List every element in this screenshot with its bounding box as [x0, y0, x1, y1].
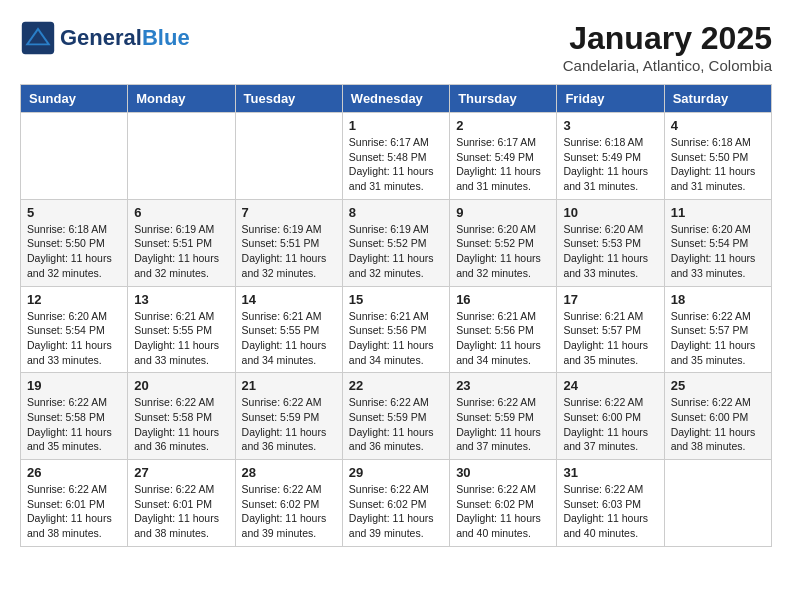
- day-info: Sunrise: 6:22 AM Sunset: 5:58 PM Dayligh…: [27, 395, 121, 454]
- col-sunday: Sunday: [21, 85, 128, 113]
- day-info: Sunrise: 6:21 AM Sunset: 5:57 PM Dayligh…: [563, 309, 657, 368]
- logo-text: GeneralBlue: [60, 25, 190, 51]
- calendar-cell: 20Sunrise: 6:22 AM Sunset: 5:58 PM Dayli…: [128, 373, 235, 460]
- day-info: Sunrise: 6:22 AM Sunset: 6:01 PM Dayligh…: [134, 482, 228, 541]
- col-wednesday: Wednesday: [342, 85, 449, 113]
- day-info: Sunrise: 6:19 AM Sunset: 5:52 PM Dayligh…: [349, 222, 443, 281]
- day-info: Sunrise: 6:22 AM Sunset: 6:00 PM Dayligh…: [671, 395, 765, 454]
- calendar-cell: 21Sunrise: 6:22 AM Sunset: 5:59 PM Dayli…: [235, 373, 342, 460]
- calendar-cell: 6Sunrise: 6:19 AM Sunset: 5:51 PM Daylig…: [128, 199, 235, 286]
- day-number: 8: [349, 205, 443, 220]
- col-saturday: Saturday: [664, 85, 771, 113]
- calendar-cell: 1Sunrise: 6:17 AM Sunset: 5:48 PM Daylig…: [342, 113, 449, 200]
- day-number: 26: [27, 465, 121, 480]
- day-info: Sunrise: 6:19 AM Sunset: 5:51 PM Dayligh…: [134, 222, 228, 281]
- title-block: January 2025 Candelaria, Atlantico, Colo…: [563, 20, 772, 74]
- day-info: Sunrise: 6:22 AM Sunset: 6:00 PM Dayligh…: [563, 395, 657, 454]
- calendar-cell: 5Sunrise: 6:18 AM Sunset: 5:50 PM Daylig…: [21, 199, 128, 286]
- calendar-cell: 17Sunrise: 6:21 AM Sunset: 5:57 PM Dayli…: [557, 286, 664, 373]
- col-monday: Monday: [128, 85, 235, 113]
- week-row-5: 26Sunrise: 6:22 AM Sunset: 6:01 PM Dayli…: [21, 460, 772, 547]
- logo: GeneralBlue: [20, 20, 190, 56]
- generalblue-icon: [20, 20, 56, 56]
- page-header: GeneralBlue January 2025 Candelaria, Atl…: [20, 20, 772, 74]
- day-number: 1: [349, 118, 443, 133]
- calendar-cell: 29Sunrise: 6:22 AM Sunset: 6:02 PM Dayli…: [342, 460, 449, 547]
- day-number: 21: [242, 378, 336, 393]
- col-thursday: Thursday: [450, 85, 557, 113]
- day-number: 6: [134, 205, 228, 220]
- day-info: Sunrise: 6:19 AM Sunset: 5:51 PM Dayligh…: [242, 222, 336, 281]
- day-info: Sunrise: 6:20 AM Sunset: 5:54 PM Dayligh…: [27, 309, 121, 368]
- week-row-4: 19Sunrise: 6:22 AM Sunset: 5:58 PM Dayli…: [21, 373, 772, 460]
- day-info: Sunrise: 6:20 AM Sunset: 5:52 PM Dayligh…: [456, 222, 550, 281]
- day-number: 7: [242, 205, 336, 220]
- calendar-cell: [664, 460, 771, 547]
- calendar-cell: 12Sunrise: 6:20 AM Sunset: 5:54 PM Dayli…: [21, 286, 128, 373]
- logo-blue: Blue: [142, 25, 190, 50]
- day-number: 12: [27, 292, 121, 307]
- month-title: January 2025: [563, 20, 772, 57]
- day-info: Sunrise: 6:21 AM Sunset: 5:56 PM Dayligh…: [456, 309, 550, 368]
- day-info: Sunrise: 6:22 AM Sunset: 5:59 PM Dayligh…: [242, 395, 336, 454]
- day-number: 14: [242, 292, 336, 307]
- day-info: Sunrise: 6:20 AM Sunset: 5:53 PM Dayligh…: [563, 222, 657, 281]
- calendar-cell: 27Sunrise: 6:22 AM Sunset: 6:01 PM Dayli…: [128, 460, 235, 547]
- day-info: Sunrise: 6:18 AM Sunset: 5:50 PM Dayligh…: [27, 222, 121, 281]
- day-info: Sunrise: 6:22 AM Sunset: 5:59 PM Dayligh…: [349, 395, 443, 454]
- day-info: Sunrise: 6:21 AM Sunset: 5:56 PM Dayligh…: [349, 309, 443, 368]
- calendar-cell: 10Sunrise: 6:20 AM Sunset: 5:53 PM Dayli…: [557, 199, 664, 286]
- calendar-cell: 23Sunrise: 6:22 AM Sunset: 5:59 PM Dayli…: [450, 373, 557, 460]
- calendar-cell: 15Sunrise: 6:21 AM Sunset: 5:56 PM Dayli…: [342, 286, 449, 373]
- calendar-cell: 9Sunrise: 6:20 AM Sunset: 5:52 PM Daylig…: [450, 199, 557, 286]
- day-number: 5: [27, 205, 121, 220]
- day-info: Sunrise: 6:21 AM Sunset: 5:55 PM Dayligh…: [134, 309, 228, 368]
- calendar-cell: [21, 113, 128, 200]
- day-info: Sunrise: 6:22 AM Sunset: 6:03 PM Dayligh…: [563, 482, 657, 541]
- calendar-cell: 25Sunrise: 6:22 AM Sunset: 6:00 PM Dayli…: [664, 373, 771, 460]
- calendar-cell: 11Sunrise: 6:20 AM Sunset: 5:54 PM Dayli…: [664, 199, 771, 286]
- day-info: Sunrise: 6:18 AM Sunset: 5:49 PM Dayligh…: [563, 135, 657, 194]
- calendar-cell: 13Sunrise: 6:21 AM Sunset: 5:55 PM Dayli…: [128, 286, 235, 373]
- calendar-cell: 7Sunrise: 6:19 AM Sunset: 5:51 PM Daylig…: [235, 199, 342, 286]
- week-row-2: 5Sunrise: 6:18 AM Sunset: 5:50 PM Daylig…: [21, 199, 772, 286]
- day-info: Sunrise: 6:22 AM Sunset: 6:02 PM Dayligh…: [349, 482, 443, 541]
- col-tuesday: Tuesday: [235, 85, 342, 113]
- calendar-cell: 19Sunrise: 6:22 AM Sunset: 5:58 PM Dayli…: [21, 373, 128, 460]
- day-number: 19: [27, 378, 121, 393]
- day-number: 31: [563, 465, 657, 480]
- location-subtitle: Candelaria, Atlantico, Colombia: [563, 57, 772, 74]
- day-info: Sunrise: 6:22 AM Sunset: 6:01 PM Dayligh…: [27, 482, 121, 541]
- calendar-cell: 16Sunrise: 6:21 AM Sunset: 5:56 PM Dayli…: [450, 286, 557, 373]
- day-info: Sunrise: 6:18 AM Sunset: 5:50 PM Dayligh…: [671, 135, 765, 194]
- calendar-cell: 24Sunrise: 6:22 AM Sunset: 6:00 PM Dayli…: [557, 373, 664, 460]
- day-info: Sunrise: 6:22 AM Sunset: 6:02 PM Dayligh…: [242, 482, 336, 541]
- calendar-cell: 26Sunrise: 6:22 AM Sunset: 6:01 PM Dayli…: [21, 460, 128, 547]
- day-number: 3: [563, 118, 657, 133]
- day-number: 16: [456, 292, 550, 307]
- calendar-cell: 28Sunrise: 6:22 AM Sunset: 6:02 PM Dayli…: [235, 460, 342, 547]
- day-number: 4: [671, 118, 765, 133]
- calendar-cell: 30Sunrise: 6:22 AM Sunset: 6:02 PM Dayli…: [450, 460, 557, 547]
- calendar-cell: 3Sunrise: 6:18 AM Sunset: 5:49 PM Daylig…: [557, 113, 664, 200]
- day-number: 17: [563, 292, 657, 307]
- calendar-cell: 2Sunrise: 6:17 AM Sunset: 5:49 PM Daylig…: [450, 113, 557, 200]
- day-number: 10: [563, 205, 657, 220]
- day-number: 27: [134, 465, 228, 480]
- day-number: 22: [349, 378, 443, 393]
- calendar-cell: [128, 113, 235, 200]
- day-number: 13: [134, 292, 228, 307]
- day-info: Sunrise: 6:20 AM Sunset: 5:54 PM Dayligh…: [671, 222, 765, 281]
- calendar-cell: 4Sunrise: 6:18 AM Sunset: 5:50 PM Daylig…: [664, 113, 771, 200]
- col-friday: Friday: [557, 85, 664, 113]
- day-info: Sunrise: 6:22 AM Sunset: 5:58 PM Dayligh…: [134, 395, 228, 454]
- week-row-1: 1Sunrise: 6:17 AM Sunset: 5:48 PM Daylig…: [21, 113, 772, 200]
- calendar-cell: [235, 113, 342, 200]
- calendar-table: Sunday Monday Tuesday Wednesday Thursday…: [20, 84, 772, 547]
- day-number: 23: [456, 378, 550, 393]
- calendar-header-row: Sunday Monday Tuesday Wednesday Thursday…: [21, 85, 772, 113]
- day-number: 15: [349, 292, 443, 307]
- day-number: 29: [349, 465, 443, 480]
- calendar-cell: 18Sunrise: 6:22 AM Sunset: 5:57 PM Dayli…: [664, 286, 771, 373]
- day-number: 9: [456, 205, 550, 220]
